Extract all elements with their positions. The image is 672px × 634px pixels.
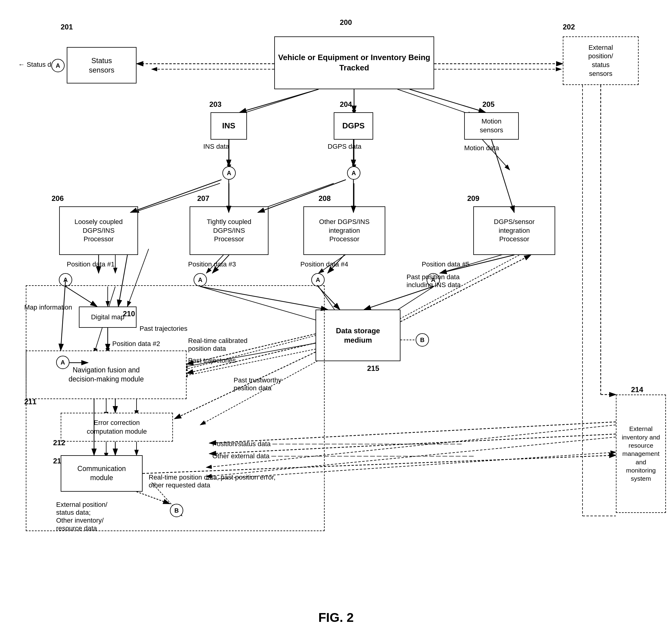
ins-box: INS xyxy=(211,112,247,140)
tightly-coupled-label: Tightly coupledDGPS/INSProcessor xyxy=(207,218,251,244)
ref-210: 210 xyxy=(123,310,135,318)
svg-line-6 xyxy=(398,89,473,115)
ref-208: 208 xyxy=(318,194,331,203)
svg-line-79 xyxy=(410,89,485,112)
ext-position-label: Externalposition/statussensors xyxy=(588,43,613,78)
ref-209: 209 xyxy=(467,194,479,203)
pos5-label: Position data #5 xyxy=(422,260,470,268)
error-correction-box: Error correctioncomputation module xyxy=(61,413,173,442)
past-trustworthy-label: Past trustworthyposition data xyxy=(234,376,282,392)
svg-line-80 xyxy=(61,280,66,351)
circle-a-nav: A xyxy=(56,356,70,369)
data-storage-label: Data storagemedium xyxy=(336,326,380,345)
fig-label: FIG. 2 xyxy=(0,610,672,625)
circle-a-pos4: A xyxy=(311,273,325,286)
pos2-label: Position data #2 xyxy=(112,340,160,348)
svg-line-59 xyxy=(364,286,433,310)
svg-line-77 xyxy=(240,89,318,112)
svg-line-41 xyxy=(127,249,149,307)
ref-212: 212 xyxy=(53,439,65,447)
communication-label: Communicationmodule xyxy=(77,464,126,483)
other-dgps-box: Other DGPS/INSintegrationProcessor xyxy=(304,206,385,255)
circle-a-pos3: A xyxy=(194,273,207,286)
nav-fusion-box: Navigation fusion anddecision-making mod… xyxy=(26,351,187,399)
svg-line-4 xyxy=(237,89,318,115)
ref-201: 201 xyxy=(61,23,73,31)
ext-inventory-box: Externalinventory andresourcemanagementa… xyxy=(616,395,666,513)
other-ext-label: Other external data ─ ─ ─ ─ ─ ─ ─ ─ ─ ─ … xyxy=(212,452,607,460)
ins-label: INS xyxy=(222,121,235,131)
dgps-sensor-label: DGPS/sensorintegrationProcessor xyxy=(494,218,535,244)
system-dashed-border xyxy=(26,285,325,531)
ref-206: 206 xyxy=(52,194,64,203)
svg-line-57 xyxy=(200,286,328,310)
pos1-label: Position data #1 xyxy=(67,260,115,268)
circle-b-comm: B xyxy=(170,504,183,517)
ext-pos-status-label: External position/status data;Other inve… xyxy=(56,501,107,532)
vehicle-label: Vehicle or Equipment or Inventory Being … xyxy=(277,52,431,73)
ref-202: 202 xyxy=(563,23,575,31)
ref-214: 214 xyxy=(631,385,643,394)
status-sensors-label: Statussensors xyxy=(89,56,114,75)
svg-line-74 xyxy=(137,492,170,504)
ref-204: 204 xyxy=(340,100,352,109)
ref-200: 200 xyxy=(340,18,352,27)
past-traj2-label: Past trajectories xyxy=(188,357,236,365)
motion-data-label: Motion data xyxy=(464,144,499,152)
circle-a-dgps: A xyxy=(347,166,360,180)
tightly-coupled-box: Tightly coupledDGPS/INSProcessor xyxy=(190,206,268,255)
ins-data-label: INS data xyxy=(203,143,230,150)
realtime-pos-label: Real-time position data, past position e… xyxy=(149,473,634,489)
digital-map-label: Digital map xyxy=(91,313,124,322)
pos3-label: Position data #3 xyxy=(188,260,236,268)
ref-211: 211 xyxy=(24,398,37,406)
map-info-label: Map information xyxy=(24,304,72,311)
ref-215: 215 xyxy=(367,364,379,373)
data-storage-box: Data storagemedium xyxy=(315,310,401,361)
ref-205: 205 xyxy=(482,100,495,109)
vehicle-box: Vehicle or Equipment or Inventory Being … xyxy=(274,37,434,89)
svg-line-19 xyxy=(200,286,321,322)
dgps-box: DGPS xyxy=(334,112,373,140)
ref-203: 203 xyxy=(209,100,221,109)
circle-a-status: A xyxy=(51,59,65,72)
error-correction-label: Error correctioncomputation module xyxy=(87,419,147,436)
pos4-label: Position data #4 xyxy=(301,260,348,268)
communication-box: Communicationmodule xyxy=(61,455,143,492)
motion-sensors-box: Motionsensors xyxy=(464,112,519,140)
realtime-cal-label: Real-time calibratedposition data xyxy=(188,337,247,353)
circle-a-pos1: A xyxy=(59,273,72,286)
dgps-label: DGPS xyxy=(342,121,365,131)
ref-207: 207 xyxy=(197,194,209,203)
nav-fusion-label: Navigation fusion anddecision-making mod… xyxy=(69,366,144,384)
circle-a-ins: A xyxy=(222,166,236,180)
motion-sensors-label: Motionsensors xyxy=(480,117,503,135)
dgps-data-label: DGPS data xyxy=(328,143,361,150)
pos-status-label: Position/status data ─ ─ ─ ─ ─ ─ ─ ─ ─ ─… xyxy=(212,440,607,448)
ext-position-box: Externalposition/statussensors xyxy=(563,37,639,85)
other-dgps-label: Other DGPS/INSintegrationProcessor xyxy=(319,218,369,244)
loosely-coupled-box: Loosely coupledDGPS/INSProcessor xyxy=(59,206,138,255)
diagram: 200 Vehicle or Equipment or Inventory Be… xyxy=(0,0,672,601)
past-traj1-label: Past trajectories xyxy=(140,325,188,333)
loosely-coupled-label: Loosely coupledDGPS/INSProcessor xyxy=(74,218,123,244)
svg-line-52 xyxy=(118,255,127,307)
circle-b-storage: B xyxy=(416,333,429,347)
svg-line-58 xyxy=(318,286,340,310)
status-sensors-box: Statussensors xyxy=(67,47,137,84)
dgps-sensor-box: DGPS/sensorintegrationProcessor xyxy=(473,206,555,255)
past-pos-ins-label: Past position dataincluding INS data xyxy=(407,273,498,289)
